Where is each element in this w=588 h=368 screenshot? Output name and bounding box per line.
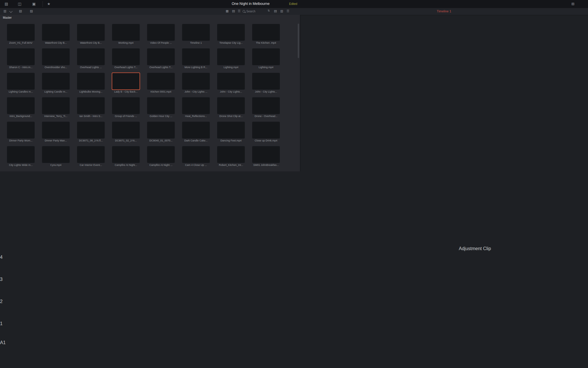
sync-bin-icon[interactable]: ▨ bbox=[30, 9, 33, 13]
sort-order-icon[interactable]: ⇅ bbox=[268, 9, 270, 12]
overview-clip[interactable] bbox=[0, 195, 41, 200]
overview-clip[interactable] bbox=[0, 189, 15, 195]
media-clip-thumbnail[interactable] bbox=[147, 49, 175, 65]
media-clip-thumbnail[interactable] bbox=[252, 73, 280, 89]
media-pool-scrollbar[interactable] bbox=[298, 24, 299, 58]
overview-clip[interactable] bbox=[0, 221, 20, 226]
media-clip[interactable]: Group of Friends ... bbox=[112, 97, 140, 118]
media-clip-thumbnail[interactable] bbox=[112, 97, 140, 114]
media-clip[interactable]: Lighting.mp4 bbox=[217, 49, 245, 69]
media-clip[interactable]: John - City Lights... bbox=[252, 73, 280, 94]
overview-clip[interactable] bbox=[0, 246, 12, 252]
media-clip-thumbnail[interactable] bbox=[7, 24, 34, 41]
media-clip[interactable]: John - City Lights... bbox=[217, 73, 245, 94]
overview-clip[interactable] bbox=[0, 324, 18, 329]
media-clip-thumbnail[interactable] bbox=[77, 97, 105, 114]
overview-clip[interactable] bbox=[0, 267, 18, 272]
media-clip-thumbnail[interactable] bbox=[217, 24, 245, 41]
media-clip-thumbnail[interactable] bbox=[147, 146, 175, 163]
media-clip[interactable]: Intro_Background... bbox=[7, 97, 34, 118]
bin-options-icon[interactable]: ☰ bbox=[287, 9, 289, 13]
overview-clip[interactable] bbox=[0, 226, 20, 231]
overview-clip[interactable] bbox=[0, 215, 18, 221]
project-manager-icon[interactable]: ⊞ bbox=[571, 1, 575, 7]
media-clip-thumbnail[interactable] bbox=[77, 49, 105, 65]
overview-clip[interactable] bbox=[0, 179, 12, 184]
overview-clip[interactable] bbox=[0, 351, 80, 356]
media-clip[interactable]: Car Interior Event... bbox=[77, 146, 105, 167]
media-clip-thumbnail[interactable] bbox=[182, 97, 210, 114]
media-clip[interactable]: Dinner Party Wom... bbox=[7, 122, 34, 143]
media-clip-thumbnail[interactable] bbox=[7, 97, 34, 114]
media-pool-panel-icon[interactable]: ▤ bbox=[5, 1, 8, 7]
media-clip-thumbnail[interactable] bbox=[147, 122, 175, 138]
media-clip-thumbnail[interactable] bbox=[112, 73, 140, 89]
media-clip[interactable]: Kitchen 0001.mp4 bbox=[147, 73, 175, 94]
fullscreen-viewer-icon[interactable]: ▣ bbox=[32, 1, 36, 7]
media-clip[interactable]: Robert_Kitchen_Int... bbox=[217, 146, 245, 167]
media-clip-thumbnail[interactable] bbox=[252, 49, 280, 65]
media-clip-thumbnail[interactable] bbox=[217, 97, 245, 114]
media-clip[interactable]: Overshoulder sho... bbox=[42, 49, 69, 69]
overview-clip[interactable] bbox=[0, 314, 16, 319]
overview-clip[interactable] bbox=[0, 210, 11, 215]
media-clip-thumbnail[interactable] bbox=[147, 24, 175, 41]
media-clip[interactable]: Campfire At Night ... bbox=[147, 146, 175, 167]
media-clip-thumbnail[interactable] bbox=[42, 146, 69, 163]
overview-clip[interactable] bbox=[0, 241, 13, 246]
media-clip-thumbnail[interactable] bbox=[112, 24, 140, 41]
media-clip[interactable]: Overhead Lights ... bbox=[77, 49, 105, 69]
overview-clip[interactable] bbox=[0, 236, 12, 241]
media-clip[interactable]: Drone Shot Clip at... bbox=[217, 97, 245, 118]
filmstrip-view-icon[interactable]: ▤ bbox=[232, 9, 235, 13]
media-clip[interactable]: Drone - Overhead... bbox=[252, 97, 280, 118]
chevron-down-icon[interactable] bbox=[9, 9, 12, 13]
media-clip-thumbnail[interactable] bbox=[182, 73, 210, 89]
media-clip[interactable]: Waterfront City B... bbox=[42, 24, 69, 45]
media-clip-thumbnail[interactable] bbox=[182, 146, 210, 163]
media-clip-thumbnail[interactable] bbox=[147, 73, 175, 89]
timeline-clip-adjustment[interactable]: Adjustment Clip bbox=[459, 246, 588, 266]
media-clip-thumbnail[interactable] bbox=[217, 146, 245, 163]
media-clip[interactable]: Waterfront City B... bbox=[77, 24, 105, 45]
media-clip[interactable]: Lighting Candles m... bbox=[7, 73, 34, 94]
media-clip-thumbnail[interactable] bbox=[77, 24, 105, 41]
media-clip[interactable]: Close up Drink.mp4 bbox=[252, 122, 280, 143]
overview-clip[interactable] bbox=[0, 362, 46, 367]
media-clip-thumbnail[interactable] bbox=[77, 73, 105, 89]
search-input[interactable]: Search bbox=[246, 10, 256, 13]
media-clip[interactable]: Campfire At Night... bbox=[112, 146, 140, 167]
media-clip[interactable]: Cyra.mp4 bbox=[42, 146, 69, 167]
media-clip-thumbnail[interactable] bbox=[77, 122, 105, 138]
media-clip[interactable]: Lightbulbs Moving... bbox=[77, 73, 105, 94]
timeline-clip-skyline[interactable] bbox=[34, 268, 124, 288]
timeline-clip-faces[interactable] bbox=[78, 290, 138, 310]
media-clip[interactable]: Heat_Reflections... bbox=[182, 97, 210, 118]
media-clip[interactable]: Lighting Candle m... bbox=[42, 73, 69, 94]
overview-clip[interactable] bbox=[0, 272, 17, 277]
clip-color-view-icon[interactable]: ▥ bbox=[280, 9, 283, 13]
timeline-clip-faces[interactable] bbox=[156, 290, 588, 310]
media-clip[interactable]: City Lights Wide m... bbox=[7, 146, 34, 167]
timeline-clip-audio[interactable] bbox=[25, 334, 588, 349]
thumbnail-view-icon[interactable]: ▦ bbox=[226, 9, 229, 13]
media-clip[interactable]: More Lighting B R... bbox=[182, 49, 210, 69]
clip-info-view-icon[interactable]: ▤ bbox=[274, 9, 277, 13]
media-clip-thumbnail[interactable] bbox=[252, 122, 280, 138]
media-clip-thumbnail[interactable] bbox=[7, 49, 34, 65]
media-clip-thumbnail[interactable] bbox=[42, 122, 69, 138]
media-clip-thumbnail[interactable] bbox=[217, 49, 245, 65]
media-clip-thumbnail[interactable] bbox=[42, 49, 69, 65]
overview-clip[interactable] bbox=[0, 288, 18, 293]
overview-clip[interactable] bbox=[0, 283, 12, 288]
media-clip-thumbnail[interactable] bbox=[217, 122, 245, 138]
media-clip[interactable]: DC9040_01_0070... bbox=[147, 122, 175, 143]
media-clip[interactable]: John - City Lights ... bbox=[182, 73, 210, 94]
media-clip[interactable]: Dinner Party Man... bbox=[42, 122, 69, 143]
overview-clip[interactable] bbox=[0, 335, 28, 340]
media-clip-thumbnail[interactable] bbox=[252, 97, 280, 114]
media-clip-thumbnail[interactable] bbox=[112, 49, 140, 65]
media-clip-thumbnail[interactable] bbox=[77, 146, 105, 163]
media-clip[interactable]: Lighting.mp4 bbox=[252, 49, 280, 69]
media-clip-thumbnail[interactable] bbox=[252, 24, 280, 41]
